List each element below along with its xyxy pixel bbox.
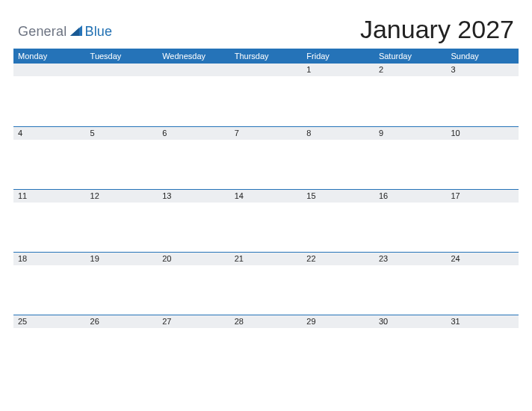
day-number: 31 — [446, 315, 519, 328]
day-number: 3 — [446, 64, 519, 76]
day-cell: 17 — [446, 189, 519, 252]
day-cell: 14 — [230, 189, 303, 252]
brand-logo: General Blue — [18, 24, 112, 44]
week-row: 4 5 6 7 8 9 10 — [13, 126, 519, 189]
day-cell: 26 — [86, 315, 158, 377]
day-number — [230, 64, 303, 76]
day-number: 18 — [13, 252, 86, 265]
day-number: 8 — [302, 126, 374, 140]
day-number: 9 — [374, 126, 447, 140]
day-cell: 27 — [158, 315, 230, 377]
day-cell: 4 — [13, 126, 86, 189]
weekday-header: Tuesday — [86, 49, 158, 64]
day-number: 17 — [446, 189, 519, 203]
day-cell: 22 — [302, 252, 374, 315]
weekday-header: Wednesday — [158, 49, 230, 64]
day-number: 10 — [446, 126, 519, 140]
day-number: 26 — [86, 315, 158, 328]
brand-word-1: General — [18, 24, 66, 40]
day-number — [13, 64, 86, 76]
day-number: 25 — [13, 315, 86, 328]
day-cell: 7 — [230, 126, 303, 189]
week-row: 18 19 20 21 22 23 24 — [13, 252, 519, 315]
brand-word-2: Blue — [84, 24, 112, 40]
day-number: 30 — [374, 315, 447, 328]
weekday-header: Monday — [13, 49, 86, 64]
day-number — [86, 64, 158, 76]
day-cell: 8 — [302, 126, 374, 189]
day-cell: 5 — [86, 126, 158, 189]
logo-triangle-icon — [69, 25, 83, 40]
day-cell: 28 — [230, 315, 303, 377]
day-number: 11 — [13, 189, 86, 203]
week-row: 1 2 3 — [13, 64, 519, 126]
calendar-title: January 2027 — [360, 15, 514, 44]
week-row: 11 12 13 14 15 16 17 — [13, 189, 519, 252]
day-cell: 24 — [446, 252, 519, 315]
day-number: 15 — [302, 189, 374, 203]
day-cell: 9 — [374, 126, 447, 189]
day-cell: 2 — [374, 64, 447, 126]
day-number: 6 — [158, 126, 230, 140]
weekday-header: Saturday — [374, 49, 447, 64]
day-cell: 15 — [302, 189, 374, 252]
day-cell — [13, 64, 86, 126]
weekday-header-row: Monday Tuesday Wednesday Thursday Friday… — [13, 49, 519, 64]
day-number: 4 — [13, 126, 86, 140]
day-cell: 16 — [374, 189, 447, 252]
weekday-header: Sunday — [446, 49, 519, 64]
day-cell: 19 — [86, 252, 158, 315]
day-number: 27 — [158, 315, 230, 328]
day-cell: 6 — [158, 126, 230, 189]
day-number: 5 — [86, 126, 158, 140]
weekday-header: Friday — [302, 49, 374, 64]
day-cell: 1 — [302, 64, 374, 126]
day-number: 13 — [158, 189, 230, 203]
day-number: 2 — [374, 64, 447, 76]
day-cell — [158, 64, 230, 126]
day-cell — [86, 64, 158, 126]
day-number: 23 — [374, 252, 447, 265]
day-cell: 18 — [13, 252, 86, 315]
day-cell: 29 — [302, 315, 374, 377]
weekday-header: Thursday — [230, 49, 303, 64]
day-cell: 23 — [374, 252, 447, 315]
day-number: 14 — [230, 189, 303, 203]
day-cell: 11 — [13, 189, 86, 252]
day-cell: 12 — [86, 189, 158, 252]
day-cell — [230, 64, 303, 126]
week-row: 25 26 27 28 29 30 31 — [13, 315, 519, 377]
day-cell: 13 — [158, 189, 230, 252]
calendar-grid: 1 2 3 4 5 6 7 8 9 10 11 12 13 14 15 16 1… — [13, 64, 519, 377]
day-cell: 25 — [13, 315, 86, 377]
day-cell: 21 — [230, 252, 303, 315]
day-cell: 30 — [374, 315, 447, 377]
day-cell: 3 — [446, 64, 519, 126]
header: General Blue January 2027 — [13, 15, 519, 49]
day-number: 20 — [158, 252, 230, 265]
day-number: 19 — [86, 252, 158, 265]
day-cell: 31 — [446, 315, 519, 377]
day-number: 1 — [302, 64, 374, 76]
day-number: 7 — [230, 126, 303, 140]
day-cell: 20 — [158, 252, 230, 315]
day-cell: 10 — [446, 126, 519, 189]
day-number: 12 — [86, 189, 158, 203]
day-number: 16 — [374, 189, 447, 203]
day-number: 28 — [230, 315, 303, 328]
day-number: 24 — [446, 252, 519, 265]
day-number: 22 — [302, 252, 374, 265]
day-number: 29 — [302, 315, 374, 328]
day-number: 21 — [230, 252, 303, 265]
day-number — [158, 64, 230, 76]
